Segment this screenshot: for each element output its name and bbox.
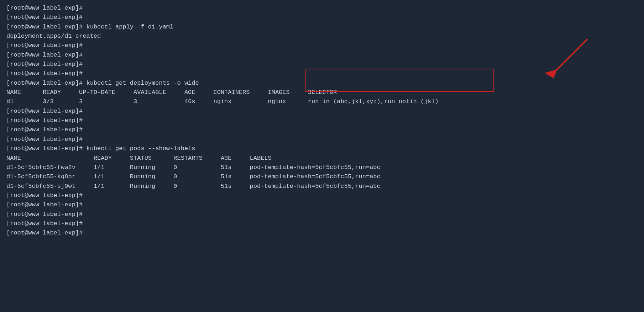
terminal-line: [root@www label-exp]# kubectl get pods -…: [6, 144, 638, 153]
terminal-line: [root@www label-exp]#: [6, 4, 638, 13]
terminal-line: NAME READY STATUS RESTARTS AGE LABELS: [6, 154, 638, 163]
terminal-line: [root@www label-exp]#: [6, 41, 638, 50]
terminal-output: [root@www label-exp]#[root@www label-exp…: [0, 0, 644, 242]
terminal-line: [root@www label-exp]#: [6, 51, 638, 60]
terminal-line: [root@www label-exp]#: [6, 219, 638, 228]
terminal-line: d1-5cf5cbfc55-fww2v 1/1 Running 0 51s po…: [6, 163, 638, 172]
terminal-line: [root@www label-exp]#: [6, 60, 638, 69]
terminal-line: [root@www label-exp]#: [6, 228, 638, 238]
terminal-line: [root@www label-exp]#: [6, 210, 638, 219]
terminal-line: d1-5cf5cbfc55-kq8br 1/1 Running 0 51s po…: [6, 172, 638, 181]
terminal-line: [root@www label-exp]#: [6, 200, 638, 210]
terminal-line: [root@www label-exp]#: [6, 69, 638, 78]
terminal-line: [root@www label-exp]#: [6, 135, 638, 144]
terminal-line: [root@www label-exp]#: [6, 13, 638, 22]
terminal-line: d1-5cf5cbfc55-sj9wt 1/1 Running 0 51s po…: [6, 182, 638, 191]
terminal-line: [root@www label-exp]#: [6, 107, 638, 116]
terminal-line: d1 3/3 3 3 46s nginx nginx run in (abc,j…: [6, 97, 638, 106]
terminal-line: [root@www label-exp]#: [6, 191, 638, 200]
terminal-line: [root@www label-exp]#: [6, 116, 638, 125]
terminal-line: [root@www label-exp]#: [6, 125, 638, 134]
terminal-line: NAME READY UP-TO-DATE AVAILABLE AGE CONT…: [6, 88, 638, 97]
terminal-line: [root@www label-exp]# kubectl get deploy…: [6, 79, 638, 88]
terminal-line: deployment.apps/d1 created: [6, 32, 638, 41]
terminal-line: [root@www label-exp]# kubectl apply -f d…: [6, 22, 638, 32]
